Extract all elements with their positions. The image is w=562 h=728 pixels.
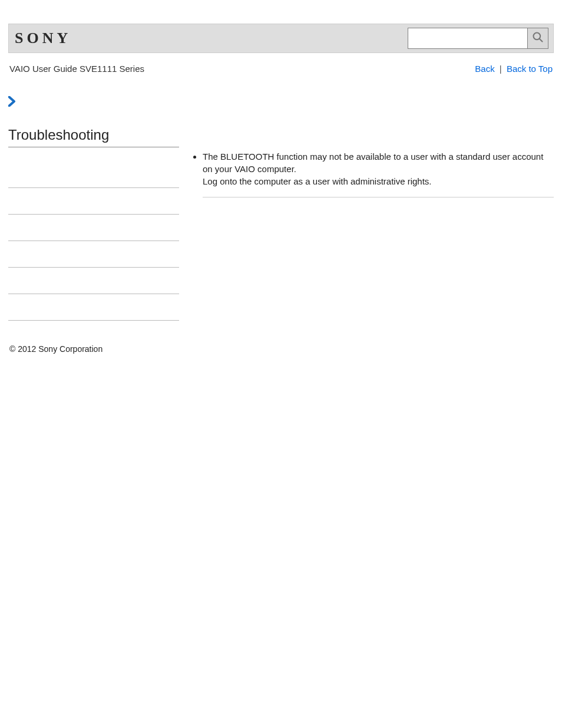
content-list: The BLUETOOTH function may not be availa… — [191, 150, 554, 197]
nav-separator: | — [500, 64, 502, 74]
svg-line-1 — [540, 39, 543, 42]
sidebar-item[interactable] — [8, 268, 179, 294]
nav-links: Back | Back to Top — [475, 64, 553, 74]
list-item-text-line2: Log onto the computer as a user with adm… — [203, 176, 432, 186]
copyright: © 2012 Sony Corporation — [9, 344, 554, 354]
sidebar-item[interactable] — [8, 215, 179, 241]
sub-header: VAIO User Guide SVE1111 Series Back | Ba… — [8, 53, 554, 74]
search-icon — [532, 31, 544, 45]
breadcrumb: VAIO User Guide SVE1111 Series — [9, 64, 144, 74]
search-button[interactable] — [527, 28, 548, 48]
sidebar-item[interactable] — [8, 188, 179, 215]
list-item-text-line1: The BLUETOOTH function may not be availa… — [203, 151, 543, 174]
header-bar: SONY — [8, 24, 554, 53]
sidebar-item[interactable] — [8, 162, 179, 188]
main-content: The BLUETOOTH function may not be availa… — [191, 91, 554, 321]
chevron-right-icon — [8, 96, 179, 109]
sidebar-item[interactable] — [8, 241, 179, 268]
list-item: The BLUETOOTH function may not be availa… — [203, 150, 554, 197]
sidebar-item[interactable] — [8, 294, 179, 321]
search-area — [408, 28, 548, 49]
sony-logo: SONY — [15, 29, 71, 47]
sidebar: Troubleshooting — [8, 91, 191, 321]
sidebar-title: Troubleshooting — [8, 127, 179, 147]
search-input[interactable] — [408, 28, 527, 48]
back-to-top-link[interactable]: Back to Top — [507, 64, 553, 74]
back-link[interactable]: Back — [475, 64, 494, 74]
